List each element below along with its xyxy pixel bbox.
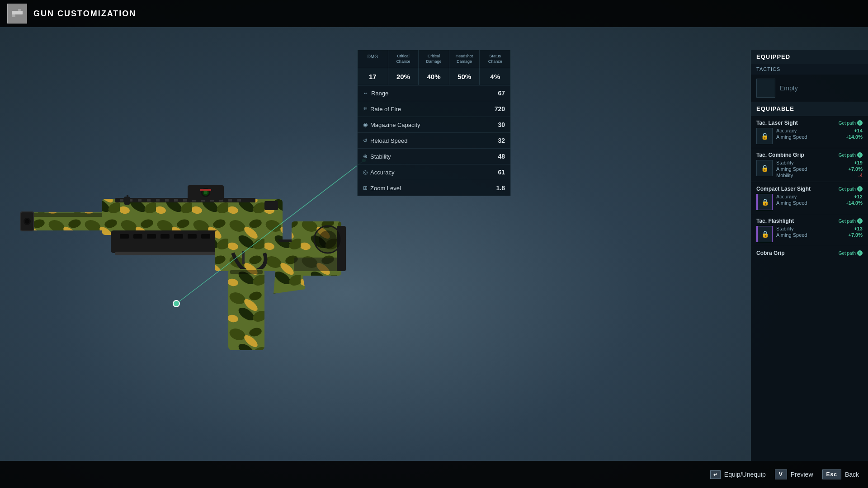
info-badge-4: i (857, 250, 863, 256)
svg-rect-24 (165, 199, 169, 202)
range-label: Range (371, 90, 388, 97)
col-header-crit-chance: Critical Chance (388, 50, 419, 68)
svg-rect-34 (120, 234, 129, 239)
equip-name-4: Cobra Grip (756, 250, 785, 256)
equip-item-3[interactable]: Tac. Flashlight Get path i 🔒 Stability +… (751, 214, 868, 246)
equipped-slot[interactable]: Empty (751, 75, 868, 102)
get-path-4[interactable]: Get path i (839, 250, 863, 256)
info-badge-2: i (857, 186, 863, 192)
magazine-value: 30 (498, 121, 505, 128)
svg-rect-21 (138, 199, 142, 202)
item-thumb-3: 🔒 (756, 226, 773, 242)
item-stat-row-0-1: Aiming Speed +14.0% (776, 134, 863, 140)
item-stats-3: Stability +13 Aiming Speed +7.0% (776, 226, 863, 242)
stability-icon: ⊕ (363, 153, 368, 160)
equipable-title: Equipable (751, 102, 868, 116)
item-thumb-2: 🔒 (756, 194, 773, 210)
accuracy-icon: ◎ (363, 169, 368, 175)
svg-rect-51 (230, 270, 263, 274)
magazine-label: Magazine Capacity (370, 122, 420, 128)
action-equip[interactable]: ↵ Equip/Unequip (710, 470, 766, 479)
reload-value: 32 (498, 137, 505, 144)
svg-rect-31 (228, 199, 232, 202)
stats-values: 17 20% 40% 50% 4% (358, 68, 510, 85)
lock-icon-2: 🔒 (761, 198, 769, 206)
equip-name-1: Tac. Combine Grip (756, 152, 804, 158)
item-thumb-0: 🔒 (756, 128, 773, 144)
right-panel: Equipped TACTICS Empty Equipable Tac. La… (750, 50, 868, 461)
tactics-title: TACTICS (751, 64, 868, 75)
col-header-headshot: Headshot Damage (449, 50, 480, 68)
lock-icon-0: 🔒 (761, 132, 769, 140)
svg-rect-23 (156, 199, 160, 202)
zoom-label: Zoom Level (370, 185, 401, 192)
stat-row-magazine: ◉ Magazine Capacity 30 (358, 117, 510, 133)
zoom-icon: ⊞ (363, 185, 368, 191)
range-icon: ↔ (363, 90, 368, 96)
lock-icon-3: 🔒 (761, 230, 769, 238)
svg-rect-35 (133, 234, 142, 239)
slot-empty-label: Empty (780, 84, 798, 92)
info-badge-0: i (857, 120, 863, 126)
info-badge-3: i (857, 218, 863, 224)
rof-value: 720 (495, 105, 505, 113)
svg-point-45 (204, 191, 208, 194)
slot-box (756, 79, 775, 98)
stat-row-stability: ⊕ Stability 48 (358, 149, 510, 164)
equip-item-2[interactable]: Compact Laser Sight Get path i 🔒 Accurac… (751, 182, 868, 214)
reload-label: Reload Speed (370, 137, 407, 144)
val-status: 4% (480, 68, 510, 85)
svg-rect-47 (127, 195, 128, 199)
equip-item-0[interactable]: Tac. Laser Sight Get path i 🔒 Accuracy +… (751, 116, 868, 148)
equip-item-4[interactable]: Cobra Grip Get path i (751, 246, 868, 262)
equipped-title: Equipped (751, 50, 868, 64)
svg-rect-0 (12, 11, 23, 14)
get-path-2[interactable]: Get path i (839, 186, 863, 192)
svg-rect-38 (174, 234, 183, 239)
stat-row-accuracy: ◎ Accuracy 61 (358, 164, 510, 180)
action-preview[interactable]: V Preview (775, 469, 813, 479)
svg-point-15 (25, 219, 29, 224)
svg-rect-2 (12, 14, 15, 17)
equip-item-1[interactable]: Tac. Combine Grip Get path i 🔒 Stability… (751, 148, 868, 182)
preview-label: Preview (791, 471, 813, 478)
item-stat-row-0-0: Accuracy +14 (776, 128, 863, 133)
svg-rect-32 (237, 199, 241, 202)
svg-rect-54 (294, 258, 339, 271)
svg-rect-55 (200, 189, 211, 191)
rof-label: Rate of Fire (370, 106, 401, 113)
accuracy-label: Accuracy (370, 169, 394, 176)
header-title: GUN CUSTOMIZATION (33, 9, 136, 19)
stability-label: Stability (370, 153, 391, 160)
get-path-1[interactable]: Get path i (839, 152, 863, 158)
val-crit-damage: 40% (419, 68, 449, 85)
item-stats-2: Accuracy +12 Aiming Speed +14.0% (776, 194, 863, 210)
svg-rect-19 (120, 199, 123, 202)
svg-rect-25 (174, 199, 178, 202)
item-thumb-1: 🔒 (756, 160, 773, 176)
equip-key: ↵ (710, 470, 721, 479)
action-back[interactable]: Esc Back (822, 469, 859, 479)
svg-rect-40 (201, 234, 210, 239)
stats-panel: DMG Critical Chance Critical Damage Head… (357, 50, 511, 196)
item-stats-1: Stability +19 Aiming Speed +7.0% Mobilit… (776, 160, 863, 178)
svg-rect-36 (147, 234, 156, 239)
equip-name-0: Tac. Laser Sight (756, 120, 798, 126)
val-crit-chance: 20% (388, 68, 419, 85)
preview-key: V (775, 469, 787, 479)
get-path-3[interactable]: Get path i (839, 218, 863, 224)
col-header-status: Status Chance (480, 50, 510, 68)
back-key: Esc (822, 469, 841, 479)
accuracy-value: 61 (498, 169, 505, 176)
col-header-crit-damage: Critical Damage (419, 50, 449, 68)
reload-icon: ↺ (363, 137, 368, 144)
svg-rect-37 (160, 234, 170, 239)
get-path-0[interactable]: Get path i (839, 120, 863, 126)
stat-row-rof: ≋ Rate of Fire 720 (358, 101, 510, 117)
equip-name-2: Compact Laser Sight (756, 186, 811, 192)
svg-rect-1 (18, 9, 21, 11)
item-stats-0: Accuracy +14 Aiming Speed +14.0% (776, 128, 863, 144)
col-header-dmg: DMG (358, 50, 388, 68)
val-dmg: 17 (358, 68, 388, 85)
lock-icon-1: 🔒 (761, 164, 769, 172)
